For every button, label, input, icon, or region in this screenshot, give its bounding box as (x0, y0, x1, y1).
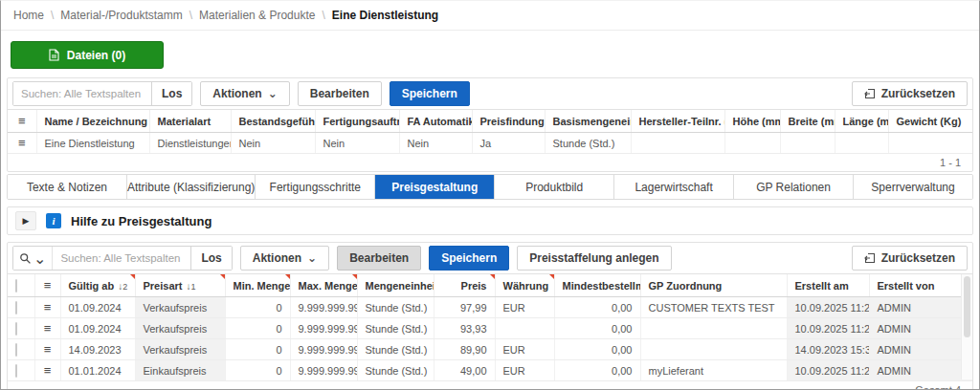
cell-waehrung[interactable]: EUR (495, 297, 554, 318)
col-header-materialart[interactable]: Materialart (149, 110, 231, 133)
vertical-scrollbar[interactable] (961, 274, 972, 379)
pricing-save-button[interactable]: Speichern (429, 246, 509, 271)
price-row[interactable]: ≡ 14.09.2023 Verkaufspreis 0 9.999.999.9… (8, 339, 972, 360)
cell-basismengeneinheit[interactable]: Stunde (Std.) (545, 133, 631, 154)
create-price-tier-button[interactable]: Preisstaffelung anlegen (517, 246, 671, 271)
cell-gp-zuordnung[interactable] (640, 318, 787, 339)
cell-min-menge[interactable]: 0 (225, 360, 290, 381)
col-header-mpn[interactable]: Hersteller-Teilnr. (MPN) (631, 110, 724, 133)
cell-waehrung[interactable]: EUR (495, 360, 554, 381)
row-checkbox[interactable] (8, 360, 34, 381)
search-column-select-button[interactable]: ⌄ (13, 247, 53, 270)
row-menu-icon[interactable]: ≡ (34, 318, 60, 339)
tab-attribute[interactable]: Attribute (Klassifizierung) (127, 175, 256, 199)
col-header-waehrung[interactable]: Währung (495, 274, 554, 297)
col-header-gp-zuordnung[interactable]: GP Zuordnung (640, 274, 787, 297)
cell-max-menge[interactable]: 9.999.999.999 (290, 297, 357, 318)
pricing-actions-menu-button[interactable]: Aktionen ⌄ (240, 246, 329, 271)
cell-bestandsgefuehrt[interactable]: Nein (231, 133, 315, 154)
cell-max-menge[interactable]: 9.999.999.999 (290, 360, 357, 381)
price-row[interactable]: ≡ 01.01.2024 Einkaufspreis 0 9.999.999.9… (8, 360, 972, 381)
row-menu-icon[interactable]: ≡ (8, 133, 36, 154)
pricing-edit-button[interactable]: Bearbeiten (337, 246, 421, 271)
col-header-erstellt-am[interactable]: Erstellt am (787, 274, 869, 297)
cell-preis[interactable]: 93,93 (434, 318, 495, 339)
cell-gueltig-ab[interactable]: 01.01.2024 (60, 360, 135, 381)
row-menu-icon[interactable]: ≡ (34, 360, 60, 381)
cell-max-menge[interactable]: 9.999.999.999 (290, 339, 357, 360)
price-row[interactable]: ≡ 01.09.2024 Verkaufspreis 0 9.999.999.9… (8, 318, 972, 339)
col-header-fertigungsauftrag[interactable]: Fertigungsauftrag (315, 110, 399, 133)
product-reset-button[interactable]: Zurücksetzen (852, 81, 968, 106)
cell-mindestbestellmenge[interactable]: 0,00 (554, 360, 640, 381)
files-button[interactable]: Dateien (0) (11, 41, 164, 69)
cell-hoehe[interactable] (724, 133, 780, 154)
cell-fertigungsauftrag[interactable]: Nein (315, 133, 399, 154)
row-checkbox[interactable] (8, 339, 34, 360)
pricing-search-input[interactable] (53, 247, 190, 270)
tab-gp-relationen[interactable]: GP Relationen (734, 175, 854, 199)
col-header-preisfindung[interactable]: Preisfindung (472, 110, 545, 133)
product-save-button[interactable]: Speichern (390, 81, 470, 106)
col-header-min-menge[interactable]: Min. Menge (225, 274, 290, 297)
col-header-max-menge[interactable]: Max. Menge (290, 274, 357, 297)
breadcrumb-materialien-produkte[interactable]: Materialien & Produkte (199, 9, 315, 22)
col-header-preis[interactable]: Preis (434, 274, 495, 297)
cell-waehrung[interactable] (495, 318, 554, 339)
cell-preis[interactable]: 49,00 (434, 360, 495, 381)
col-header-laenge[interactable]: Länge (mm) (835, 110, 888, 133)
cell-preisfindung[interactable]: Ja (472, 133, 545, 154)
col-header-mengeneinheit[interactable]: Mengeneinheit (357, 274, 434, 297)
col-header-breite[interactable]: Breite (mm) (780, 110, 835, 133)
pricing-search-go-button[interactable]: Los (190, 247, 231, 270)
cell-waehrung[interactable]: EUR (495, 339, 554, 360)
cell-mengeneinheit[interactable]: Stunde (Std.) (357, 318, 434, 339)
cell-mpn[interactable] (631, 133, 724, 154)
cell-preis[interactable]: 89,90 (434, 339, 495, 360)
cell-mengeneinheit[interactable]: Stunde (Std.) (357, 339, 434, 360)
breadcrumb-home[interactable]: Home (13, 9, 44, 22)
breadcrumb-materialstamm[interactable]: Material-/Produktstamm (60, 9, 182, 22)
col-header-basismengeneinheit[interactable]: Basismengeneinheit (545, 110, 631, 133)
cell-name[interactable]: Eine Dienstleistung (36, 133, 149, 154)
row-checkbox[interactable] (8, 297, 34, 318)
product-search-input[interactable] (13, 82, 151, 105)
cell-gueltig-ab[interactable]: 01.09.2024 (60, 297, 135, 318)
product-edit-button[interactable]: Bearbeiten (298, 81, 382, 106)
cell-min-menge[interactable]: 0 (225, 318, 290, 339)
cell-gp-zuordnung[interactable]: myLieferant (640, 360, 787, 381)
product-actions-menu-button[interactable]: Aktionen ⌄ (200, 81, 289, 106)
col-header-name[interactable]: Name / Bezeichnung (36, 110, 149, 133)
pricing-reset-button[interactable]: Zurücksetzen (852, 246, 968, 271)
cell-mengeneinheit[interactable]: Stunde (Std.) (357, 360, 434, 381)
cell-gp-zuordnung[interactable]: CUSTOMER TEXTS TEST (640, 297, 787, 318)
scrollbar-thumb[interactable] (964, 276, 970, 337)
row-menu-icon[interactable]: ≡ (34, 297, 60, 318)
col-header-gueltig-ab[interactable]: Gültig ab↓2 (60, 274, 135, 297)
col-header-erstellt-von[interactable]: Erstellt von (869, 274, 972, 297)
select-all-checkbox[interactable] (8, 274, 34, 297)
cell-mengeneinheit[interactable]: Stunde (Std.) (357, 297, 434, 318)
cell-mindestbestellmenge[interactable]: 0,00 (554, 318, 640, 339)
row-menu-icon[interactable]: ≡ (34, 339, 60, 360)
cell-laenge[interactable] (835, 133, 888, 154)
row-checkbox[interactable] (8, 318, 34, 339)
row-menu-icon[interactable]: ≡ (8, 110, 36, 133)
cell-mindestbestellmenge[interactable]: 0,00 (554, 297, 640, 318)
tab-texte-notizen[interactable]: Texte & Notizen (8, 175, 127, 199)
col-header-bestandsgefuehrt[interactable]: Bestandsgeführt (231, 110, 315, 133)
cell-materialart[interactable]: Dienstleistungen (149, 133, 231, 154)
cell-gp-zuordnung[interactable] (640, 339, 787, 360)
col-header-hoehe[interactable]: Höhe (mm) (724, 110, 780, 133)
cell-gueltig-ab[interactable]: 01.09.2024 (60, 318, 135, 339)
cell-gewicht[interactable] (888, 133, 972, 154)
col-header-preisart[interactable]: Preisart↓1 (135, 274, 225, 297)
collapse-toggle-button[interactable]: ▶ (15, 211, 36, 230)
col-header-gewicht[interactable]: Gewicht (Kg) (888, 110, 972, 133)
cell-min-menge[interactable]: 0 (225, 339, 290, 360)
price-row[interactable]: ≡ 01.09.2024 Verkaufspreis 0 9.999.999.9… (8, 297, 972, 318)
tab-produktbild[interactable]: Produktbild (495, 175, 614, 199)
cell-min-menge[interactable]: 0 (225, 297, 290, 318)
tab-lagerwirtschaft[interactable]: Lagerwirtschaft (614, 175, 734, 199)
product-search-go-button[interactable]: Los (151, 82, 191, 105)
